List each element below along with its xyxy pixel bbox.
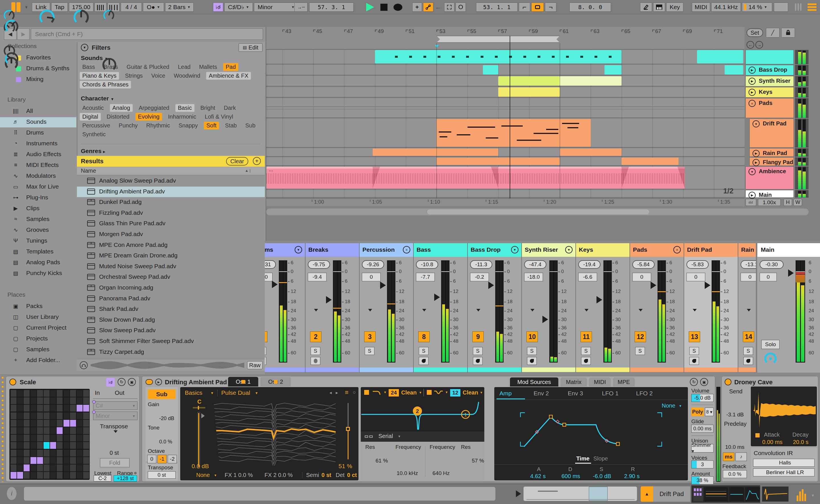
- output-meter-icon[interactable]: [797, 489, 808, 501]
- monitor-button[interactable]: [419, 357, 428, 365]
- filter-tag-voice[interactable]: Voice: [149, 72, 168, 80]
- subtab-amp[interactable]: Amp: [499, 390, 512, 397]
- clear-filters-button[interactable]: Clear: [226, 157, 248, 166]
- accidental-button[interactable]: ♭♯: [213, 3, 223, 12]
- sidebar-item-projects[interactable]: ▢Projects: [0, 334, 76, 344]
- preview-waveform[interactable]: [90, 360, 244, 370]
- scale-grid-cell[interactable]: [77, 420, 83, 427]
- monitor-button[interactable]: [311, 357, 320, 365]
- octave-button-0[interactable]: 0: [147, 455, 156, 463]
- volume-field[interactable]: 0: [741, 273, 757, 281]
- sidebar-item-samples[interactable]: ▢Samples: [0, 345, 76, 355]
- fader-handle[interactable]: [788, 269, 794, 277]
- scale-grid-cell[interactable]: [24, 442, 30, 449]
- fader-handle[interactable]: [651, 282, 656, 289]
- scale-grid-cell[interactable]: [63, 412, 69, 419]
- scale-grid-cell[interactable]: [17, 412, 23, 419]
- filter-tag-synthetic[interactable]: Synthetic: [80, 131, 108, 138]
- scale-grid-cell[interactable]: [83, 464, 89, 471]
- scale-grid-cell[interactable]: [70, 405, 76, 412]
- play-icon[interactable]: ▶: [749, 89, 756, 96]
- clip[interactable]: [560, 119, 590, 147]
- freq2-knob[interactable]: [72, 9, 90, 26]
- filter-tag-sub[interactable]: Sub: [243, 122, 258, 129]
- strip-header[interactable]: Breaks: [306, 243, 360, 257]
- filter-tag-snappy[interactable]: Snappy: [176, 122, 200, 129]
- scale-grid-cell[interactable]: [30, 405, 36, 412]
- clip[interactable]: [560, 148, 622, 156]
- scale-grid-cell[interactable]: [24, 472, 30, 479]
- scale-grid-cell[interactable]: [17, 450, 23, 457]
- adsr-value[interactable]: -6.0 dB: [593, 473, 611, 480]
- send-knob[interactable]: [4, 19, 19, 34]
- peak-level-field[interactable]: -5.83: [687, 260, 709, 269]
- play-icon[interactable]: ▶: [753, 159, 760, 166]
- glide-field[interactable]: 0.00 ms: [691, 425, 714, 433]
- result-row[interactable]: Orchestral Sweep Pad.adv: [77, 272, 265, 282]
- subtab-env-[interactable]: Env 2: [533, 390, 549, 397]
- attack-value[interactable]: 0.00 ms: [762, 439, 782, 445]
- scale-grid-cell[interactable]: [30, 397, 36, 404]
- fader-handle[interactable]: [596, 296, 602, 303]
- sidebar-item-samples[interactable]: ≈Samples: [0, 214, 76, 225]
- track-number[interactable]: 3: [364, 331, 376, 342]
- track-number[interactable]: 11: [580, 331, 592, 342]
- scale-grid-cell[interactable]: [77, 405, 83, 412]
- filter-tag-digital[interactable]: Digital: [80, 113, 101, 121]
- scale-grid-cell[interactable]: [24, 405, 30, 412]
- clip[interactable]: [560, 167, 622, 189]
- raw-preview-button[interactable]: Raw: [247, 361, 263, 369]
- filter-tag-chords-phrases[interactable]: Chords & Phrases: [80, 81, 131, 88]
- next-table-icon[interactable]: ▸: [336, 390, 338, 395]
- filter-routing-bar[interactable]: Serial▼: [361, 431, 484, 442]
- group-icon[interactable]: ≡: [673, 246, 681, 253]
- scale-grid-cell[interactable]: [83, 435, 89, 441]
- voices-field[interactable]: 3: [691, 460, 714, 468]
- det-value[interactable]: 0 ct: [347, 472, 357, 478]
- result-row[interactable]: Slow Drown Pad.adg: [77, 315, 265, 325]
- new-button[interactable]: +: [412, 3, 422, 12]
- ms-toggle[interactable]: ms: [723, 453, 734, 461]
- group-icon[interactable]: ≡: [749, 100, 756, 107]
- strip-header[interactable]: Drums▼: [265, 243, 306, 257]
- sidebar-item-max-for-live[interactable]: ▭Max for Live: [0, 182, 76, 192]
- scale-grid-cell[interactable]: [11, 427, 17, 434]
- scale-grid-cell[interactable]: [50, 450, 56, 457]
- clip[interactable]: [498, 167, 560, 189]
- play-button[interactable]: [366, 3, 374, 11]
- filter-tag-distorted[interactable]: Distorted: [104, 113, 132, 121]
- scale-grid-cell[interactable]: [30, 435, 36, 441]
- scale-grid-cell[interactable]: [44, 390, 50, 397]
- fold-button[interactable]: Fold: [100, 458, 129, 467]
- result-row[interactable]: Dunkel Pad.adg: [77, 197, 265, 208]
- scale-grid-cell[interactable]: [77, 442, 83, 449]
- scale-grid-cell[interactable]: [37, 405, 43, 412]
- scale-grid-cell[interactable]: [44, 435, 50, 441]
- filter-tag-strings[interactable]: Strings: [122, 72, 145, 80]
- scale-grid-cell[interactable]: [57, 412, 63, 419]
- scale-grid-cell[interactable]: [30, 427, 36, 434]
- punch-in-button[interactable]: ⌐: [519, 3, 530, 12]
- scale-grid-cell[interactable]: [30, 457, 36, 464]
- peak-level-field[interactable]: -9.75: [308, 260, 330, 269]
- monitor-button[interactable]: [581, 357, 591, 365]
- result-row[interactable]: Analog Slow Sweep Pad.adv: [77, 176, 265, 186]
- scale-grid-cell[interactable]: [77, 450, 83, 457]
- transpose-knob[interactable]: [101, 57, 117, 73]
- sidebar-item-plug-ins[interactable]: ⊶Plug-Ins: [0, 193, 76, 203]
- scale-grid-cell[interactable]: [77, 457, 83, 464]
- scale-grid-cell[interactable]: [70, 464, 76, 471]
- sidebar-item-analog-pads[interactable]: ▤Analog Pads: [0, 258, 76, 268]
- scale-grid-cell[interactable]: [17, 472, 23, 479]
- peak-level-field[interactable]: -5.84: [633, 260, 655, 269]
- scale-grid-cell[interactable]: [37, 427, 43, 434]
- scale-grid-cell[interactable]: [50, 397, 56, 404]
- result-row[interactable]: MPE Dream Grain Drone.adg: [77, 251, 265, 261]
- arrangement-position-field[interactable]: 57. 3. 1: [309, 3, 354, 12]
- track-number[interactable]: 12: [635, 331, 646, 342]
- solo-button[interactable]: S: [743, 347, 753, 355]
- poly-voices-selector[interactable]: 8 ▾: [705, 408, 714, 416]
- filter-tag-lead[interactable]: Lead: [175, 63, 193, 71]
- scale-grid-cell[interactable]: [37, 450, 43, 457]
- scale-grid-cell[interactable]: [70, 472, 76, 479]
